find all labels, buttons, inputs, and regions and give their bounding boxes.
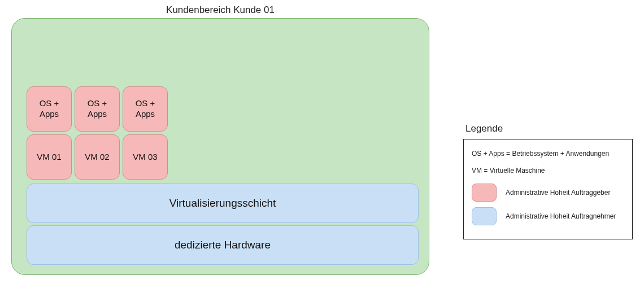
vm-row: VM 01 VM 02 VM 03 bbox=[27, 134, 168, 180]
vm-box: VM 01 bbox=[27, 134, 72, 180]
legend-vm-def: VM = Virtuelle Maschine bbox=[472, 167, 624, 174]
os-apps-box: OS + Apps bbox=[75, 86, 120, 132]
diagram-wrapper: Kundenbereich Kunde 01 OS + Apps OS + Ap… bbox=[0, 0, 644, 286]
hardware-layer: dedizierte Hardware bbox=[27, 225, 419, 265]
vm-box: VM 03 bbox=[123, 134, 168, 180]
legend: Legende OS + Apps = Betriebssystem + Anw… bbox=[463, 123, 633, 239]
legend-swatch-blue bbox=[472, 207, 497, 225]
legend-item-client: Administrative Hoheit Auftraggeber bbox=[472, 184, 624, 202]
legend-box: OS + Apps = Betriebssystem + Anwendungen… bbox=[463, 139, 633, 239]
os-apps-box: OS + Apps bbox=[123, 86, 168, 132]
legend-client-label: Administrative Hoheit Auftraggeber bbox=[506, 189, 610, 197]
legend-item-provider: Administrative Hoheit Auftragnehmer bbox=[472, 207, 624, 225]
os-apps-row: OS + Apps OS + Apps OS + Apps bbox=[27, 86, 168, 132]
legend-title: Legende bbox=[465, 123, 633, 134]
customer-area: OS + Apps OS + Apps OS + Apps VM 01 VM 0… bbox=[11, 18, 429, 275]
legend-swatch-pink bbox=[472, 184, 497, 202]
virtualization-layer: Virtualisierungsschicht bbox=[27, 184, 419, 223]
left-column: Kundenbereich Kunde 01 OS + Apps OS + Ap… bbox=[11, 5, 429, 275]
legend-provider-label: Administrative Hoheit Auftragnehmer bbox=[506, 212, 616, 220]
diagram-title: Kundenbereich Kunde 01 bbox=[11, 5, 429, 16]
os-apps-box: OS + Apps bbox=[27, 86, 72, 132]
legend-osapps-def: OS + Apps = Betriebssystem + Anwendungen bbox=[472, 150, 624, 158]
vm-box: VM 02 bbox=[75, 134, 120, 180]
